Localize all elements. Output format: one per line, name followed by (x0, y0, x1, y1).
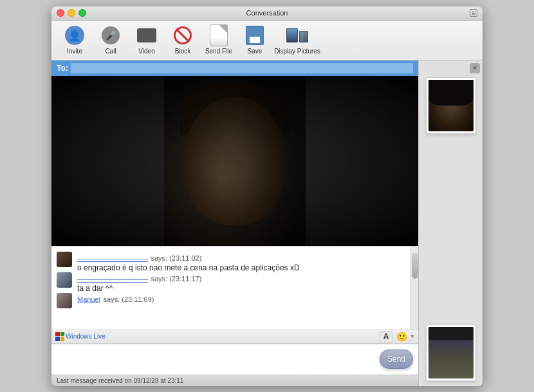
message-input[interactable] (57, 348, 374, 371)
display-pictures-label: Display Pictures (274, 48, 320, 55)
video-icon (136, 25, 157, 46)
call-button[interactable]: 🎤 Call (94, 23, 127, 57)
right-panel: ✕ (418, 61, 483, 386)
close-button[interactable] (57, 9, 64, 17)
msg-body-3: Manuel says: (23:11:69) (77, 293, 154, 304)
says-3: says: (23:11:69) (104, 295, 154, 303)
windows-live-name: Windows Live (66, 333, 106, 340)
video-button[interactable]: Video (130, 23, 163, 57)
send-file-label: Send File (205, 48, 232, 55)
sender-2: —————————— (77, 275, 148, 283)
to-bar: To: (51, 61, 418, 76)
avatar1-hair (428, 80, 474, 106)
send-file-icon (208, 25, 229, 46)
says-1: says: (23:11:02) (151, 254, 201, 262)
call-label: Call (105, 48, 116, 55)
video-feed (51, 76, 418, 246)
avatar-image-1 (428, 80, 474, 131)
windows-flag-icon (55, 332, 64, 341)
emoticon-button[interactable]: 🙂 (395, 331, 408, 342)
minimize-button[interactable] (68, 9, 75, 17)
format-text-button[interactable]: A (380, 331, 392, 342)
resize-icon[interactable]: ⊞ (470, 9, 477, 17)
to-label: To: (57, 64, 68, 73)
says-2: says: (23:11:17) (151, 275, 201, 283)
close-panel-button[interactable]: ✕ (470, 63, 480, 73)
face-overlay (164, 76, 306, 246)
text-2: ta a dar ^^ (77, 284, 201, 293)
text-1: o engraçado é q isto nao mete a cena na … (77, 263, 300, 272)
chat-message-1: —————————— says: (23:11:02) o engraçado … (57, 252, 403, 272)
block-icon (172, 25, 193, 46)
invite-button[interactable]: 👤 Invite (58, 23, 91, 57)
windows-live-logo: Windows Live (55, 332, 106, 341)
send-button[interactable]: Send (380, 350, 413, 369)
sender-3: Manuel (77, 295, 100, 303)
save-label: Save (248, 48, 262, 55)
flag-green (60, 332, 65, 337)
msg-body-2: —————————— says: (23:11:17) ta a dar ^^ (77, 272, 201, 293)
avatar-2 (57, 272, 72, 288)
block-button[interactable]: Block (166, 23, 199, 57)
avatar2-hair (428, 327, 474, 340)
msg-body-1: —————————— says: (23:11:02) o engraçado … (77, 252, 300, 272)
chat-message-2: —————————— says: (23:11:17) ta a dar ^^ (57, 272, 403, 293)
windows-live-bar: Windows Live A 🙂 ▾ (51, 330, 418, 344)
traffic-lights (57, 9, 86, 17)
chat-area: —————————— says: (23:11:02) o engraçado … (51, 246, 418, 330)
flag-yellow (60, 337, 65, 341)
contact-avatar-1 (428, 80, 474, 131)
to-input[interactable] (71, 63, 413, 73)
avatar-card-1 (426, 77, 476, 134)
display-pictures-button[interactable]: Display Pictures (274, 23, 320, 57)
save-icon (244, 25, 265, 46)
main-content: To: 📞 ⏸ ⊞ 🎙 ◀ (51, 61, 483, 386)
scrollbar-track (410, 247, 418, 330)
scrollbar-thumb[interactable] (412, 253, 418, 279)
titlebar: Conversation ⊞ (51, 6, 483, 21)
display-pictures-icon (287, 25, 308, 46)
invite-label: Invite (67, 48, 82, 55)
conversation-window: Conversation ⊞ 👤 Invite 🎤 Call Video (51, 6, 483, 386)
window-title: Conversation (246, 9, 288, 17)
maximize-button[interactable] (78, 9, 86, 17)
avatar-3 (57, 293, 72, 308)
flag-red (55, 332, 60, 337)
flag-blue (55, 337, 60, 341)
avatar-image-2 (428, 327, 474, 378)
face-simulation (164, 76, 306, 246)
status-bar: Last message received on 09/12/28 at 23:… (51, 375, 418, 386)
chat-message-3: Manuel says: (23:11:69) (57, 293, 403, 308)
contact-avatar-2 (428, 327, 474, 378)
send-file-button[interactable]: Send File (202, 23, 235, 57)
toolbar: 👤 Invite 🎤 Call Video Block Se (51, 21, 483, 61)
video-label: Video (138, 48, 154, 55)
left-panel: To: 📞 ⏸ ⊞ 🎙 ◀ (51, 61, 418, 386)
chat-scroll[interactable]: —————————— says: (23:11:02) o engraçado … (51, 247, 418, 330)
video-area: 📞 ⏸ ⊞ 🎙 ◀ 🔊 (51, 76, 418, 246)
avatar-card-2 (426, 324, 476, 381)
sender-1: —————————— (77, 254, 148, 262)
block-label: Block (175, 48, 190, 55)
status-text: Last message received on 09/12/28 at 23:… (57, 377, 183, 384)
save-button[interactable]: Save (238, 23, 272, 57)
invite-icon: 👤 (64, 25, 85, 46)
input-area: Send (51, 344, 418, 375)
avatar-1 (57, 252, 72, 267)
call-icon: 🎤 (100, 25, 121, 46)
